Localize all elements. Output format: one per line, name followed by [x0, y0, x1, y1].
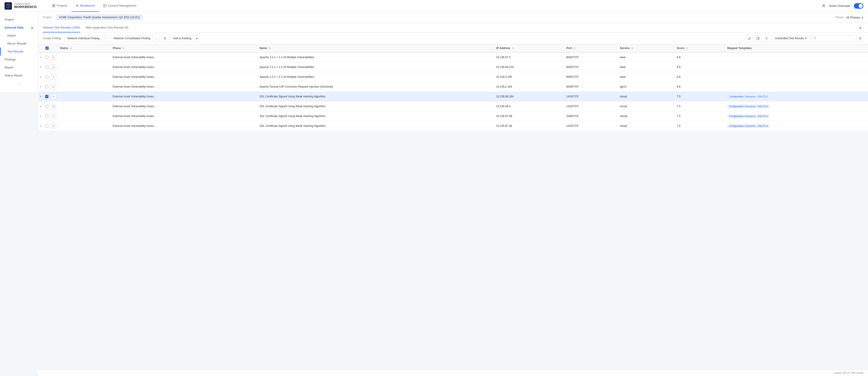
sidebar-item-report[interactable]: Report [0, 63, 38, 71]
dropdown-cell[interactable]: ▾ [50, 62, 57, 72]
sidebar-item-status-report[interactable]: Status Report [0, 71, 38, 79]
row-dropdown-button[interactable]: ▾ [51, 94, 56, 99]
row-checkbox[interactable] [45, 85, 49, 88]
tab-refresh-button[interactable] [857, 25, 863, 31]
expand-button[interactable]: + [40, 104, 41, 108]
dropdown-cell[interactable]: ▾ [50, 72, 57, 82]
row-checkbox[interactable] [45, 56, 49, 59]
row-dropdown-button[interactable]: ▾ [51, 114, 56, 118]
tab-network-test-results[interactable]: Network Test Results (1500) [43, 23, 80, 32]
tab-web-app-test-results[interactable]: Web Application Test Results (9) [86, 23, 128, 32]
expand-button[interactable]: + [40, 95, 41, 98]
dropdown-cell[interactable]: ▾ [50, 82, 57, 92]
dropdown-cell[interactable]: ▾ [50, 111, 57, 121]
toggle-switch[interactable] [854, 3, 863, 9]
select-cell[interactable] [44, 82, 50, 92]
row-checkbox[interactable] [45, 105, 49, 108]
expand-button[interactable]: + [40, 114, 41, 118]
row-dropdown-button[interactable]: ▾ [51, 124, 56, 129]
expand-cell[interactable]: + [38, 111, 44, 121]
th-status[interactable]: Status ⇅ [57, 44, 110, 52]
sort-port-icon[interactable]: ⇅ [574, 47, 575, 49]
row-checkbox[interactable] [45, 124, 49, 128]
add-to-existing-dropdown-button[interactable]: ▾ [194, 35, 199, 41]
th-phase[interactable]: Phase ⇅ [110, 44, 257, 52]
th-name[interactable]: Name ⇅ [257, 44, 493, 52]
sort-name-icon[interactable]: ⇅ [269, 47, 271, 49]
expand-cell[interactable]: + [38, 92, 44, 102]
th-select[interactable] [44, 44, 50, 52]
th-ip-address[interactable]: IP Address ⇅ [493, 44, 563, 52]
row-checkbox[interactable] [45, 66, 49, 69]
sidebar-item-findings[interactable]: Findings [0, 56, 38, 63]
filter-dropdown[interactable]: Unhandled Test Results ▾ [772, 35, 810, 41]
sidebar-collapse-button[interactable]: ‹ [0, 79, 38, 88]
th-port[interactable]: Port ⇅ [563, 44, 617, 52]
sidebar-item-project[interactable]: Project [0, 15, 38, 24]
th-service[interactable]: Service ⇅ [617, 44, 674, 52]
port-cell: 1433/TCP [563, 121, 617, 131]
expand-cell[interactable]: + [38, 72, 44, 82]
network-consolidated-finding-button[interactable]: Network Consolidated Finding [111, 35, 153, 41]
settings-button[interactable] [161, 35, 168, 42]
edit-button[interactable] [746, 35, 753, 42]
dropdown-cell[interactable]: ▾ [50, 92, 57, 102]
row-checkbox[interactable] [45, 114, 49, 118]
sidebar-item-external-data[interactable]: External Data ▲ [0, 24, 38, 32]
sort-service-icon[interactable]: ⇅ [631, 47, 633, 49]
add-to-existing-button[interactable]: Add to Existing [170, 35, 194, 41]
select-cell[interactable] [44, 92, 50, 102]
expand-button[interactable]: + [40, 124, 41, 128]
nav-tab-workbench[interactable]: Workbench [71, 0, 99, 12]
dropdown-cell[interactable]: ▾ [50, 52, 57, 62]
search-input[interactable] [818, 35, 855, 41]
sidebar-toggle-button[interactable]: ‹‹ [36, 191, 41, 197]
sidebar-item-recon-results[interactable]: Recon Results [0, 39, 38, 47]
toolbar-refresh-button[interactable] [857, 35, 863, 42]
nav-tab-content-management[interactable]: Content Management [99, 0, 141, 12]
select-all-checkbox[interactable] [45, 46, 49, 50]
select-cell[interactable] [44, 121, 50, 131]
sort-ip-icon[interactable]: ⇅ [512, 47, 514, 49]
name-cell: Apache 2.2.x < 2.2.34 Multiple Vulnerabi… [257, 62, 493, 72]
nav-tab-projects[interactable]: Projects [48, 0, 71, 12]
row-dropdown-button[interactable]: ▾ [51, 55, 56, 60]
filter-label: Unhandled Test Results [775, 37, 804, 40]
network-individual-finding-menu-button[interactable]: ··· [102, 35, 109, 41]
dropdown-cell[interactable]: ▾ [50, 102, 57, 111]
expand-button[interactable]: + [40, 75, 41, 79]
select-cell[interactable] [44, 62, 50, 72]
mapped-templates-cell [724, 82, 868, 92]
row-checkbox[interactable] [45, 75, 49, 78]
chevron-down-icon[interactable]: ▾ [862, 16, 863, 19]
row-checkbox[interactable] [45, 95, 49, 98]
sort-button[interactable] [763, 35, 770, 42]
dropdown-cell[interactable]: ▾ [50, 121, 57, 131]
sort-status-icon[interactable]: ⇅ [70, 47, 72, 49]
expand-cell[interactable]: + [38, 62, 44, 72]
copy-button[interactable] [754, 35, 762, 42]
expand-button[interactable]: + [40, 85, 41, 89]
row-dropdown-button[interactable]: ▾ [51, 104, 56, 109]
expand-button[interactable]: + [40, 56, 41, 59]
expand-cell[interactable]: + [38, 102, 44, 111]
select-cell[interactable] [44, 111, 50, 121]
network-individual-finding-button[interactable]: Network Individual Finding [65, 35, 102, 41]
expand-button[interactable]: + [40, 65, 41, 69]
select-cell[interactable] [44, 102, 50, 111]
score-cell: 9.8 [674, 52, 724, 62]
network-consolidated-finding-menu-button[interactable]: ··· [153, 35, 159, 41]
th-score[interactable]: Score ⇅ [674, 44, 724, 52]
row-dropdown-button[interactable]: ▾ [51, 65, 56, 70]
expand-cell[interactable]: + [38, 52, 44, 62]
sidebar-item-test-results[interactable]: Test Results [0, 47, 38, 56]
row-dropdown-button[interactable]: ▾ [51, 84, 56, 89]
select-cell[interactable] [44, 72, 50, 82]
sort-score-icon[interactable]: ⇅ [686, 47, 688, 49]
row-dropdown-button[interactable]: ▾ [51, 74, 56, 79]
select-cell[interactable] [44, 52, 50, 62]
sort-phase-icon[interactable]: ⇅ [122, 47, 124, 49]
expand-cell[interactable]: + [38, 121, 44, 131]
expand-cell[interactable]: + [38, 82, 44, 92]
sidebar-item-import[interactable]: Import [0, 32, 38, 39]
